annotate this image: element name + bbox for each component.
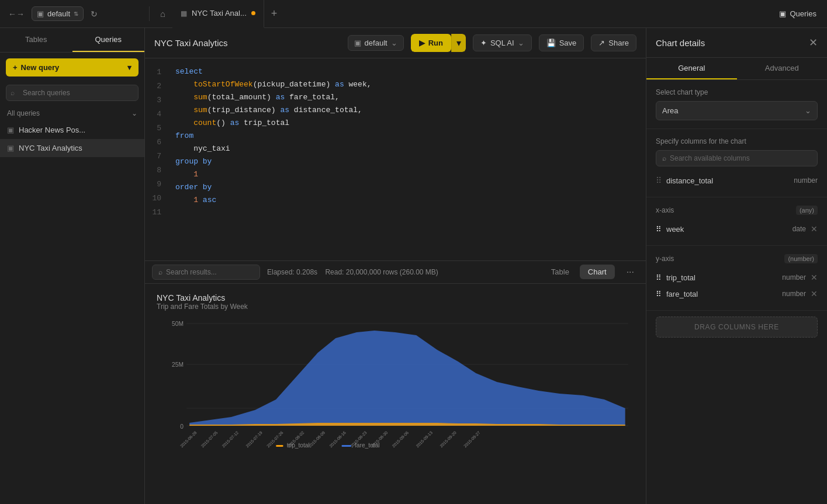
back-icon[interactable]: ←→: [5, 7, 28, 21]
sql-ai-button[interactable]: ✦ SQL AI ⌄: [473, 34, 532, 51]
y-axis-col-name-2: fare_total: [666, 290, 777, 298]
y-axis-remove-button-2[interactable]: ✕: [811, 289, 818, 298]
svg-text:50M: 50M: [172, 321, 184, 327]
panel-tab-advanced[interactable]: Advanced: [737, 58, 828, 79]
query-header: NYC Taxi Analytics ▣ default ⌄ ▶ Run ▾ ✦…: [145, 28, 646, 58]
nyc-taxi-tab[interactable]: ▦ NYC Taxi Anal...: [172, 0, 264, 28]
sidebar-tab-queries[interactable]: Queries: [72, 28, 145, 52]
svg-text:2015-09-13: 2015-09-13: [415, 430, 433, 448]
sql-ai-icon: ✦: [480, 39, 487, 47]
panel-tabs: General Advanced: [646, 58, 827, 80]
sidebar-tab-tables[interactable]: Tables: [0, 28, 72, 52]
query-file-icon-2: ▣: [7, 144, 14, 152]
top-right: ▣ Queries: [773, 7, 822, 20]
tabs-area: ⌂ ▦ NYC Taxi Anal... +: [153, 0, 770, 28]
search-results-input[interactable]: [166, 268, 254, 276]
db-badge-icon: ▣: [354, 39, 361, 47]
db-badge-caret-icon: ⌄: [391, 39, 397, 47]
y-axis-col-name-1: trip_total: [666, 273, 777, 282]
new-query-caret-icon: ▾: [127, 63, 132, 72]
chart-view-button[interactable]: Chart: [580, 265, 615, 279]
drag-columns-here: DRAG COLUMNS HERE: [656, 317, 818, 338]
db-badge-name: default: [365, 39, 387, 47]
svg-text:2015-07-19: 2015-07-19: [245, 430, 263, 448]
save-button[interactable]: 💾 Save: [539, 34, 584, 51]
sidebar-search: ⌕: [6, 85, 139, 101]
drag-icon-week[interactable]: ⠿: [656, 225, 662, 234]
code-editor-container: 12345 67891011 select toStartOfWeek(pick…: [145, 58, 646, 260]
query-title: NYC Taxi Analytics: [154, 38, 341, 48]
columns-section: Specify columns for the chart ⌕ ⠿ distan…: [646, 129, 827, 197]
search-results-icon: ⌕: [158, 268, 162, 276]
sidebar-item-label-2: NYC Taxi Analytics: [19, 144, 82, 152]
code-editor[interactable]: 12345 67891011 select toStartOfWeek(pick…: [145, 58, 646, 260]
drag-icon-trip-total[interactable]: ⠿: [656, 273, 662, 282]
run-caret-button[interactable]: ▾: [451, 34, 466, 52]
sidebar-item-label: Hacker News Pos...: [19, 126, 85, 134]
queries-button[interactable]: ▣ Queries: [773, 7, 822, 20]
svg-text:2015-06-28: 2015-06-28: [179, 430, 198, 448]
svg-text:2015-07-05: 2015-07-05: [200, 430, 219, 448]
code-content[interactable]: select toStartOfWeek(pickup_datetime) as…: [168, 58, 646, 260]
refresh-icon[interactable]: ↻: [87, 7, 101, 21]
new-query-left: + New query: [13, 63, 59, 72]
share-label: Share: [608, 39, 629, 47]
sidebar-item-nyctaxi[interactable]: ▣ NYC Taxi Analytics: [0, 139, 144, 157]
svg-text:2015-08-09: 2015-08-09: [308, 430, 326, 448]
new-query-label: New query: [21, 63, 60, 72]
column-item-distance-total: ⠿ distance_total number: [656, 172, 818, 189]
more-options-button[interactable]: ···: [622, 265, 639, 280]
svg-rect-21: [276, 445, 283, 447]
db-icon: ▣: [37, 9, 44, 18]
all-queries-selector[interactable]: All queries ⌄: [0, 106, 144, 121]
chart-type-select[interactable]: Area ⌄: [656, 101, 818, 120]
svg-text:fare_total: fare_total: [355, 442, 380, 449]
panel-header: Chart details ✕: [646, 28, 827, 58]
queries-icon: ▣: [779, 9, 786, 18]
queries-label: Queries: [790, 9, 816, 18]
chart-type-section: Select chart type Area ⌄: [646, 80, 827, 129]
sidebar-item-hackernews[interactable]: ▣ Hacker News Pos...: [0, 121, 144, 139]
top-bar-left: ←→ ▣ default ⇅ ↻: [5, 6, 150, 21]
right-panel: Chart details ✕ General Advanced Select …: [646, 28, 827, 504]
chart-type-label: Select chart type: [656, 88, 818, 96]
results-bar: ⌕ Elapsed: 0.208s Read: 20,000,000 rows …: [145, 260, 646, 284]
y-axis-remove-button-1[interactable]: ✕: [811, 273, 818, 282]
svg-text:2015-09-27: 2015-09-27: [463, 430, 481, 448]
drag-icon-fare-total[interactable]: ⠿: [656, 290, 662, 298]
content-area: NYC Taxi Analytics ▣ default ⌄ ▶ Run ▾ ✦…: [145, 28, 646, 504]
svg-text:2015-09-20: 2015-09-20: [439, 430, 457, 448]
x-axis-remove-button[interactable]: ✕: [811, 224, 818, 234]
panel-close-button[interactable]: ✕: [809, 36, 818, 49]
db-selector-header[interactable]: ▣ default ⌄: [348, 35, 404, 51]
db-name: default: [47, 9, 70, 18]
sql-ai-label: SQL AI: [490, 39, 514, 47]
run-button[interactable]: ▶ Run: [411, 34, 451, 52]
search-results-input-wrapper[interactable]: ⌕: [152, 265, 260, 280]
column-type: number: [794, 176, 818, 185]
column-search-input[interactable]: [670, 154, 811, 162]
tab-label: NYC Taxi Anal...: [192, 9, 247, 18]
sidebar-search-input[interactable]: [6, 85, 139, 101]
top-bar: ←→ ▣ default ⇅ ↻ ⌂ ▦ NYC Taxi Anal... + …: [0, 0, 827, 28]
svg-text:0: 0: [180, 423, 184, 430]
all-queries-caret-icon: ⌄: [132, 109, 137, 117]
new-query-button[interactable]: + New query ▾: [6, 58, 139, 77]
elapsed-info: Elapsed: 0.208s Read: 20,000,000 rows (2…: [267, 268, 536, 276]
panel-tab-general[interactable]: General: [646, 58, 737, 79]
svg-rect-23: [342, 445, 351, 447]
svg-text:25M: 25M: [172, 362, 184, 368]
x-axis-col-week: ⠿ week date ✕: [656, 221, 818, 237]
add-tab-button[interactable]: +: [264, 8, 285, 20]
sidebar-search-icon: ⌕: [11, 89, 15, 97]
db-arrows-icon: ⇅: [74, 11, 78, 17]
drag-icon[interactable]: ⠿: [656, 176, 662, 185]
share-button[interactable]: ↗ Share: [591, 34, 636, 51]
table-view-button[interactable]: Table: [543, 265, 577, 279]
x-axis-type: (any): [796, 206, 818, 215]
home-tab[interactable]: ⌂: [153, 0, 172, 28]
view-toggle: Table Chart: [543, 265, 615, 279]
db-selector[interactable]: ▣ default ⇅: [32, 6, 84, 21]
y-axis-section: y-axis (number) ⠿ trip_total number ✕ ⠿ …: [646, 246, 827, 311]
x-axis-col-name: week: [666, 225, 788, 234]
